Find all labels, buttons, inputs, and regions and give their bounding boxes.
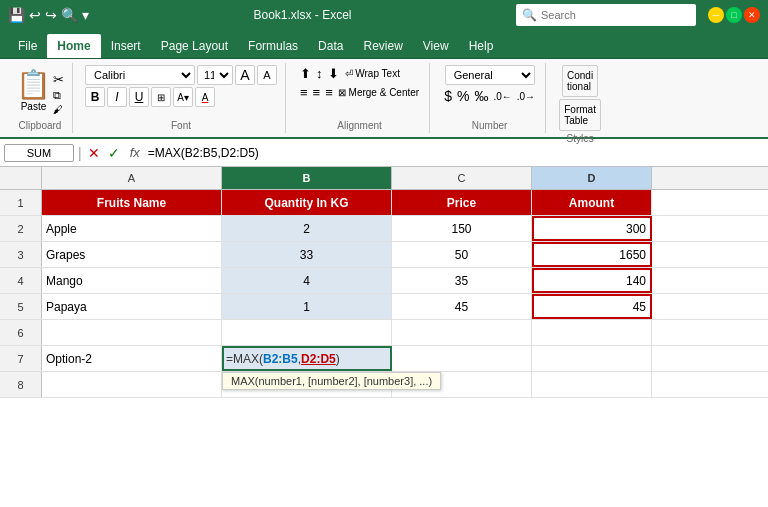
cell-d4[interactable]: 140 [532,268,652,293]
cell-a4[interactable]: Mango [42,268,222,293]
grid-body: 1 Fruits Name Quantity In KG Price Amoun… [0,190,768,398]
currency-icon[interactable]: $ [442,87,454,105]
tab-insert[interactable]: Insert [101,34,151,58]
cell-c1[interactable]: Price [392,190,532,215]
row-num-7: 7 [0,346,42,371]
cut-icon[interactable]: ✂ [53,72,64,87]
minimize-button[interactable]: ─ [708,7,724,23]
align-center-icon[interactable]: ≡ [311,84,323,101]
cell-b6[interactable] [222,320,392,345]
number-format-select[interactable]: General [445,65,535,85]
comma-icon[interactable]: ‰ [472,87,490,105]
shrink-font-button[interactable]: A [257,65,277,85]
font-name-select[interactable]: Calibri [85,65,195,85]
cell-a2[interactable]: Apple [42,216,222,241]
cell-c5[interactable]: 45 [392,294,532,319]
fx-icon[interactable]: fx [126,145,144,160]
font-size-select[interactable]: 11 [197,65,233,85]
cell-d1[interactable]: Amount [532,190,652,215]
align-top-icon[interactable]: ⬆ [298,65,313,82]
decrease-decimal-icon[interactable]: .0← [491,90,513,103]
undo-icon[interactable]: ↩ [29,7,41,23]
tab-review[interactable]: Review [353,34,412,58]
align-middle-icon[interactable]: ↕ [314,65,325,82]
cell-b2[interactable]: 2 [222,216,392,241]
cell-d7[interactable] [532,346,652,371]
increase-decimal-icon[interactable]: .0→ [515,90,537,103]
search-box[interactable]: 🔍 [516,4,696,26]
italic-button[interactable]: I [107,87,127,107]
underline-button[interactable]: U [129,87,149,107]
format-as-table-button[interactable]: FormatTable [559,99,601,131]
close-button[interactable]: ✕ [744,7,760,23]
merge-center-button[interactable]: ⊠ Merge & Center [336,86,421,99]
styles-group: Conditional FormatTable Styles [550,63,610,133]
row-num-5: 5 [0,294,42,319]
search-icon[interactable]: 🔍 [61,7,78,23]
align-right-icon[interactable]: ≡ [323,84,335,101]
save-icon[interactable]: 💾 [8,7,25,23]
cell-c2[interactable]: 150 [392,216,532,241]
cell-b4[interactable]: 4 [222,268,392,293]
col-header-a[interactable]: A [42,167,222,189]
cancel-formula-icon[interactable]: ✕ [86,143,102,163]
col-header-b[interactable]: B [222,167,392,189]
font-color-button[interactable]: A [195,87,215,107]
cell-d8[interactable] [532,372,652,397]
cell-b5[interactable]: 1 [222,294,392,319]
cell-d2[interactable]: 300 [532,216,652,241]
paste-icon[interactable]: 📋 [16,68,51,101]
cell-a6[interactable] [42,320,222,345]
col-header-d[interactable]: D [532,167,652,189]
cell-a7[interactable]: Option-2 [42,346,222,371]
clipboard-label: Clipboard [19,118,62,131]
cell-a8[interactable] [42,372,222,397]
cell-b7[interactable]: =MAX(B2:B5,D2:D5) MAX(number1, [number2]… [222,346,392,371]
number-label: Number [472,118,508,131]
bold-button[interactable]: B [85,87,105,107]
font-label: Font [171,118,191,131]
search-input[interactable] [541,9,690,21]
cell-c4[interactable]: 35 [392,268,532,293]
tab-page-layout[interactable]: Page Layout [151,34,238,58]
tab-file[interactable]: File [8,34,47,58]
tab-view[interactable]: View [413,34,459,58]
format-painter-icon[interactable]: 🖌 [53,104,64,115]
search-icon-inner: 🔍 [522,8,537,22]
copy-icon[interactable]: ⧉ [53,89,64,102]
cell-a3[interactable]: Grapes [42,242,222,267]
align-left-icon[interactable]: ≡ [298,84,310,101]
tab-home[interactable]: Home [47,34,100,58]
dropdown-icon[interactable]: ▾ [82,7,89,23]
cell-d5[interactable]: 45 [532,294,652,319]
grow-font-button[interactable]: A [235,65,255,85]
wrap-text-button[interactable]: ⏎ Wrap Text [342,67,403,80]
col-header-c[interactable]: C [392,167,532,189]
align-bottom-icon[interactable]: ⬇ [326,65,341,82]
name-box[interactable] [4,144,74,162]
alignment-label: Alignment [337,118,381,131]
cell-c7[interactable] [392,346,532,371]
conditional-format-button[interactable]: Conditional [562,65,598,97]
tab-data[interactable]: Data [308,34,353,58]
tab-help[interactable]: Help [459,34,504,58]
percent-icon[interactable]: % [455,87,471,105]
confirm-formula-icon[interactable]: ✓ [106,143,122,163]
font-row-2: B I U ⊞ A▾ A [85,87,277,107]
cell-c3[interactable]: 50 [392,242,532,267]
cell-a5[interactable]: Papaya [42,294,222,319]
number-group: General $ % ‰ .0← .0→ Number [434,63,546,133]
cell-d3[interactable]: 1650 [532,242,652,267]
cell-b1[interactable]: Quantity In KG [222,190,392,215]
cell-d6[interactable] [532,320,652,345]
table-row: 7 Option-2 =MAX(B2:B5,D2:D5) MAX(number1… [0,346,768,372]
border-button[interactable]: ⊞ [151,87,171,107]
table-row: 2 Apple 2 150 300 [0,216,768,242]
tab-formulas[interactable]: Formulas [238,34,308,58]
cell-c6[interactable] [392,320,532,345]
cell-b3[interactable]: 33 [222,242,392,267]
fill-color-button[interactable]: A▾ [173,87,193,107]
maximize-button[interactable]: □ [726,7,742,23]
cell-a1[interactable]: Fruits Name [42,190,222,215]
redo-icon[interactable]: ↪ [45,7,57,23]
